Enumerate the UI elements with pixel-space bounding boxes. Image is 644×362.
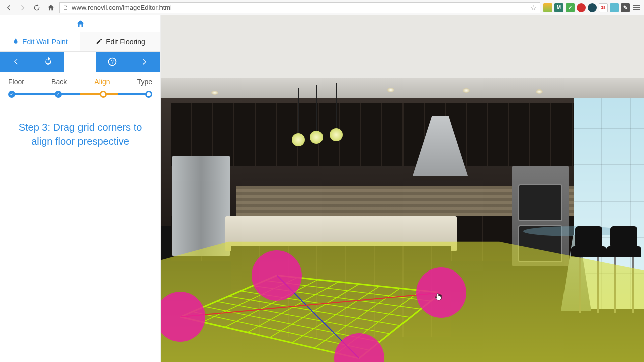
arrow-right-icon [139, 57, 149, 67]
step-dot-type[interactable] [145, 90, 152, 98]
svg-text:?: ? [111, 59, 114, 65]
extension-icon[interactable]: M [554, 3, 564, 12]
action-bar: ? [0, 52, 160, 72]
extension-icon[interactable]: 38 [599, 3, 608, 12]
droplet-icon [12, 38, 19, 46]
extension-icon[interactable]: ✎ [621, 3, 630, 12]
kitchen-scene [161, 15, 644, 362]
step-label-back[interactable]: Back [51, 78, 67, 86]
sidebar: Edit Wall Paint Edit Flooring ? [0, 15, 161, 362]
url-text: www.renovli.com/imageEditor.html [72, 4, 172, 11]
forward-button[interactable] [17, 2, 28, 13]
page-icon: 🗋 [63, 4, 69, 11]
back-button[interactable] [3, 2, 14, 13]
step-instruction: Step 3: Drag grid corners to align floor… [0, 120, 160, 148]
step-dot-back[interactable]: ✓ [55, 90, 62, 98]
arrow-left-icon [11, 57, 21, 67]
home-button[interactable] [45, 2, 56, 13]
next-step-button[interactable] [128, 52, 160, 72]
step-label-type[interactable]: Type [137, 78, 152, 86]
cursor-icon [434, 292, 443, 302]
step-label-align[interactable]: Align [94, 78, 110, 86]
address-bar[interactable]: 🗋 www.renovli.com/imageEditor.html ☆ [59, 2, 540, 13]
home-icon [76, 19, 85, 28]
app-home-button[interactable] [0, 15, 160, 32]
action-gap [64, 52, 97, 72]
extension-icon[interactable]: ✓ [566, 3, 575, 12]
reload-button[interactable] [31, 2, 42, 13]
help-button[interactable]: ? [96, 52, 128, 72]
stepper: Floor Back Align Type ✓ ✓ [0, 72, 160, 100]
step-label-floor[interactable]: Floor [8, 78, 24, 86]
step-dot-floor[interactable]: ✓ [8, 90, 15, 98]
extension-icons: M ✓ 38 ✎ [543, 3, 641, 12]
hamburger-menu-icon[interactable] [632, 5, 641, 10]
prev-step-button[interactable] [0, 52, 32, 72]
grid-handle-top-left[interactable] [252, 250, 302, 301]
extension-icon[interactable] [588, 3, 597, 12]
help-icon: ? [107, 57, 117, 67]
edit-mode-tabs: Edit Wall Paint Edit Flooring [0, 32, 160, 52]
browser-toolbar: 🗋 www.renovli.com/imageEditor.html ☆ M ✓… [0, 0, 644, 15]
extension-icon[interactable] [577, 3, 586, 12]
extension-icon[interactable] [543, 3, 552, 12]
refresh-icon [43, 57, 53, 67]
tab-floor-label: Edit Flooring [106, 38, 145, 46]
extension-icon[interactable] [610, 3, 619, 12]
tab-wall-paint[interactable]: Edit Wall Paint [0, 32, 80, 51]
tab-wall-label: Edit Wall Paint [22, 38, 68, 46]
tab-flooring[interactable]: Edit Flooring [80, 32, 160, 51]
reset-button[interactable] [32, 52, 64, 72]
step-dot-align[interactable] [100, 90, 107, 98]
editor-canvas[interactable] [161, 15, 644, 362]
pencil-icon [96, 38, 103, 46]
bookmark-star-icon[interactable]: ☆ [530, 4, 537, 12]
